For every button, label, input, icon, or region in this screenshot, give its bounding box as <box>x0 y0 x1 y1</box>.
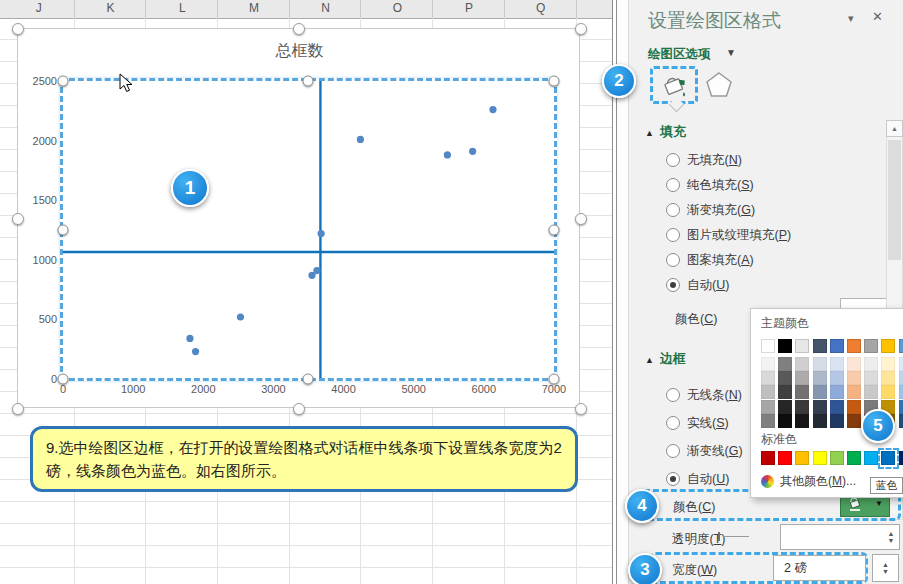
radio-circle[interactable] <box>666 253 680 267</box>
radio-option[interactable]: 自动(U) <box>666 472 729 486</box>
chart-frame-handle[interactable] <box>575 23 587 35</box>
chart-frame-handle[interactable] <box>293 23 305 35</box>
theme-swatch[interactable] <box>813 339 827 353</box>
theme-variant-swatch[interactable] <box>830 357 844 371</box>
column-header-N[interactable]: N <box>321 1 330 15</box>
section-fill-header[interactable]: ▲填充 <box>645 122 686 141</box>
radio-circle[interactable] <box>666 203 680 217</box>
theme-variant-swatch[interactable] <box>864 371 878 385</box>
x-axis-tick-label[interactable]: 2000 <box>191 383 215 395</box>
radio-selected[interactable] <box>666 278 680 292</box>
theme-variant-swatch[interactable] <box>847 414 861 428</box>
radio-option[interactable]: 图案填充(A) <box>666 253 754 267</box>
width-stepper[interactable]: ▲ ▼ <box>872 554 899 582</box>
column-header-P[interactable]: P <box>465 1 473 15</box>
plot-area-options-dropdown[interactable]: 绘图区选项 <box>648 46 711 63</box>
radio-option[interactable]: 渐变线(G) <box>666 444 743 458</box>
y-axis-tick-label[interactable]: 500 <box>39 313 57 325</box>
radio-option[interactable]: 图片或纹理填充(P) <box>666 228 791 242</box>
theme-variant-swatch[interactable] <box>778 371 792 385</box>
theme-swatch[interactable] <box>830 339 844 353</box>
radio-circle[interactable] <box>666 178 680 192</box>
stepper-up-icon[interactable]: ▲ <box>882 561 889 568</box>
radio-option[interactable]: 实线(S) <box>666 416 729 430</box>
theme-variant-swatch[interactable] <box>881 357 895 371</box>
theme-variant-swatch[interactable] <box>899 400 903 414</box>
standard-swatch[interactable] <box>761 451 775 465</box>
chart-frame-handle[interactable] <box>575 213 587 225</box>
theme-swatch[interactable] <box>778 339 792 353</box>
width-input[interactable]: 2 磅 <box>773 555 866 581</box>
theme-variant-swatch[interactable] <box>847 357 861 371</box>
transparency-stepper[interactable]: ▲ ▼ <box>884 527 898 547</box>
theme-variant-swatch[interactable] <box>899 357 903 371</box>
theme-swatch[interactable] <box>899 339 903 353</box>
theme-variant-swatch[interactable] <box>813 371 827 385</box>
transparency-input[interactable] <box>780 524 900 550</box>
theme-variant-swatch[interactable] <box>847 400 861 414</box>
stepper-down-icon[interactable]: ▼ <box>882 568 889 575</box>
column-header-L[interactable]: L <box>179 1 186 15</box>
x-axis-tick-label[interactable]: 4000 <box>331 383 355 395</box>
theme-variant-swatch[interactable] <box>881 371 895 385</box>
plot-area-handle[interactable] <box>303 374 314 385</box>
x-axis-tick-label[interactable]: 1000 <box>121 383 145 395</box>
section-border-header[interactable]: ▲边框 <box>645 349 686 368</box>
theme-variant-swatch[interactable] <box>847 371 861 385</box>
theme-variant-swatch[interactable] <box>795 414 809 428</box>
radio-circle[interactable] <box>666 153 680 167</box>
theme-variant-swatch[interactable] <box>778 357 792 371</box>
theme-variant-swatch[interactable] <box>813 385 827 399</box>
chevron-down-icon[interactable]: ▼ <box>726 47 736 58</box>
theme-variant-swatch[interactable] <box>778 400 792 414</box>
plot-area-handle[interactable] <box>549 374 560 385</box>
x-axis-tick-label[interactable]: 0 <box>60 383 66 395</box>
plot-area-selection-border[interactable] <box>60 78 557 381</box>
theme-swatch[interactable] <box>881 339 895 353</box>
theme-variant-swatch[interactable] <box>881 385 895 399</box>
plot-area-handle[interactable] <box>58 374 69 385</box>
pane-collapse-icon[interactable]: ▾ <box>848 12 854 25</box>
scrollbar-up-arrow[interactable]: ▲ <box>886 120 903 137</box>
radio-option[interactable]: 纯色填充(S) <box>666 178 754 192</box>
chart-frame-handle[interactable] <box>12 213 24 225</box>
standard-swatch[interactable] <box>899 451 903 465</box>
plot-area-handle[interactable] <box>549 225 560 236</box>
x-axis-tick-label[interactable]: 3000 <box>261 383 285 395</box>
theme-variant-swatch[interactable] <box>847 385 861 399</box>
theme-variant-swatch[interactable] <box>795 400 809 414</box>
effects-pentagon-icon[interactable] <box>704 70 734 100</box>
x-axis-tick-label[interactable]: 6000 <box>472 383 496 395</box>
theme-swatch[interactable] <box>847 339 861 353</box>
standard-swatch[interactable] <box>864 451 878 465</box>
theme-variant-swatch[interactable] <box>813 400 827 414</box>
plot-area-handle[interactable] <box>549 76 560 87</box>
chart-frame-handle[interactable] <box>293 403 305 415</box>
scrollbar-thumb[interactable] <box>888 140 901 260</box>
theme-variant-swatch[interactable] <box>761 385 775 399</box>
column-header-Q[interactable]: Q <box>536 1 545 15</box>
more-colors-item[interactable]: 其他颜色(M)... <box>761 473 856 490</box>
column-header-O[interactable]: O <box>393 1 402 15</box>
radio-circle[interactable] <box>666 228 680 242</box>
theme-variant-swatch[interactable] <box>813 414 827 428</box>
standard-swatch[interactable] <box>813 451 827 465</box>
theme-variant-swatch[interactable] <box>830 400 844 414</box>
theme-variant-swatch[interactable] <box>813 357 827 371</box>
x-axis-tick-label[interactable]: 7000 <box>542 383 566 395</box>
theme-variant-swatch[interactable] <box>864 385 878 399</box>
standard-swatch[interactable] <box>778 451 792 465</box>
theme-variant-swatch[interactable] <box>778 414 792 428</box>
theme-swatch[interactable] <box>795 339 809 353</box>
theme-variant-swatch[interactable] <box>761 400 775 414</box>
column-header-J[interactable]: J <box>36 1 42 15</box>
radio-option[interactable]: 渐变填充(G) <box>666 203 755 217</box>
column-header-K[interactable]: K <box>107 1 115 15</box>
stepper-up-icon[interactable]: ▲ <box>888 530 895 537</box>
y-axis-tick-label[interactable]: 1500 <box>33 194 57 206</box>
theme-swatch[interactable] <box>761 339 775 353</box>
theme-variant-swatch[interactable] <box>761 357 775 371</box>
theme-variant-swatch[interactable] <box>864 357 878 371</box>
stepper-down-icon[interactable]: ▼ <box>888 537 895 544</box>
theme-variant-swatch[interactable] <box>899 371 903 385</box>
